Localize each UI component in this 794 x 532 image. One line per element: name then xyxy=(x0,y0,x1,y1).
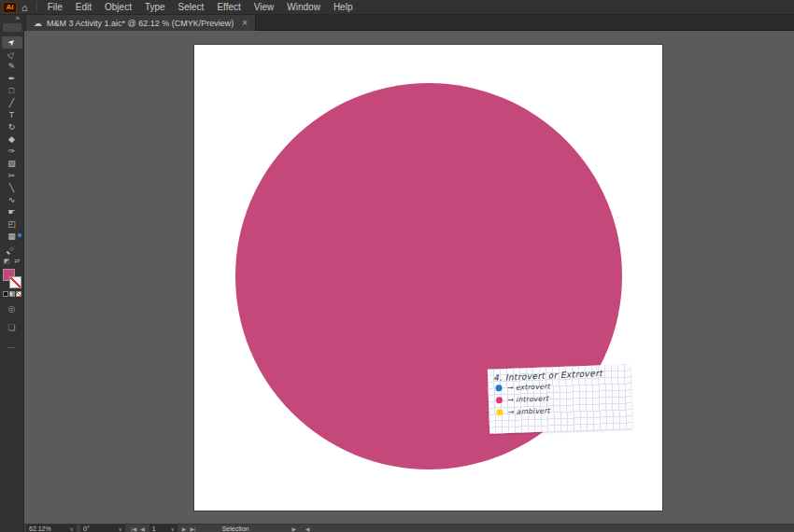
next-artboard-button[interactable]: ▶ xyxy=(180,525,189,532)
eyedropper-tool-icon: ✑ xyxy=(8,147,16,156)
menu-select[interactable]: Select xyxy=(172,0,211,15)
artboard-tool-icon: ◰ xyxy=(7,220,16,229)
eraser-tool-icon: ◆ xyxy=(8,135,15,144)
illustrator-logo-icon: Ai xyxy=(3,2,17,13)
rotation-select[interactable]: 0° ∨ xyxy=(80,525,125,532)
artboard[interactable]: 4. Introvert or Extrovert → extrovert → … xyxy=(194,45,662,511)
shaper-tool[interactable]: ∿ xyxy=(2,194,22,206)
artboard-number-select[interactable]: 1 ∨ xyxy=(149,525,177,532)
blue-dot-icon xyxy=(495,385,502,391)
legend-label-introvert: → introvert xyxy=(507,394,549,404)
menu-bar: Ai ⌂ File Edit Object Type Select Effect… xyxy=(0,0,794,15)
zoom-tool-icon: ○ xyxy=(9,245,14,253)
perspective-grid-tool-icon: ▦ xyxy=(7,232,16,241)
direct-selection-tool-icon: ▷ xyxy=(7,49,17,60)
type-tool[interactable]: T xyxy=(2,109,22,121)
rotation-value: 0° xyxy=(83,525,90,532)
rotate-tool[interactable]: ↻ xyxy=(2,121,22,133)
pink-dot-icon xyxy=(496,397,503,403)
toolbar-grip[interactable] xyxy=(3,23,21,32)
legend-label-ambivert: → ambivert xyxy=(507,406,550,416)
zoom-level-select[interactable]: 62.12% ∨ xyxy=(26,525,77,532)
gradient-tool[interactable]: ▨ xyxy=(2,158,22,170)
menu-window[interactable]: Window xyxy=(280,0,327,15)
none-mode-button[interactable] xyxy=(16,291,21,297)
swap-colors-icon[interactable]: ⇄ xyxy=(14,258,20,265)
previous-artboard-button[interactable]: ◀ xyxy=(138,525,147,532)
document-tab[interactable]: ☁ M&M 3 Activity 1.aic* @ 62.12 % (CMYK/… xyxy=(26,15,256,31)
status-scroll-arrows[interactable]: ▶ ◀ xyxy=(291,525,313,532)
home-icon[interactable]: ⌂ xyxy=(21,2,28,13)
toolbar-collapse-icon[interactable]: » xyxy=(12,15,23,22)
document-tab-bar: ☁ M&M 3 Activity 1.aic* @ 62.12 % (CMYK/… xyxy=(24,15,794,31)
menu-file[interactable]: File xyxy=(41,0,69,15)
rectangle-tool-icon: □ xyxy=(9,87,14,95)
paintbrush-tool-icon: ✎ xyxy=(8,63,16,71)
gradient-mode-button[interactable] xyxy=(9,291,15,297)
gradient-tool-icon: ▨ xyxy=(7,160,16,168)
pen-tool[interactable]: ✒ xyxy=(2,73,22,85)
status-bar: 62.12% ∨ 0° ∨ |◀ ◀ 1 ∨ ▶ ▶| Selection ▶ … xyxy=(24,524,794,532)
color-mode-buttons xyxy=(3,291,21,297)
rectangle-tool[interactable]: □ xyxy=(2,85,22,97)
rotate-tool-icon: ↻ xyxy=(8,123,16,132)
chevron-down-icon: ∨ xyxy=(70,525,74,532)
scissors-tool-icon: ✂ xyxy=(8,172,16,180)
selection-tool-icon: ➤ xyxy=(7,37,18,49)
artboard-number-value: 1 xyxy=(152,525,156,532)
screen-mode-button[interactable]: ❏ xyxy=(2,321,22,334)
menu-effect[interactable]: Effect xyxy=(210,0,247,15)
hand-tool-icon: ☛ xyxy=(7,208,15,217)
fill-stroke-swatches xyxy=(3,269,21,288)
first-artboard-button[interactable]: |◀ xyxy=(129,525,138,532)
handwritten-note-image[interactable]: 4. Introvert or Extrovert → extrovert → … xyxy=(488,364,632,433)
draw-mode-button[interactable]: ◎ xyxy=(2,302,22,315)
hand-tool[interactable]: ☛ xyxy=(2,206,22,218)
paintbrush-tool[interactable]: ✎ xyxy=(2,61,22,73)
menu-object[interactable]: Object xyxy=(98,0,138,15)
yellow-dot-icon xyxy=(496,409,503,415)
knife-tool-icon: ╲ xyxy=(9,184,14,192)
edit-toolbar-button[interactable]: … xyxy=(7,341,17,350)
tab-close-icon[interactable]: × xyxy=(242,18,248,28)
document-tab-title: M&M 3 Activity 1.aic* @ 62.12 % (CMYK/Pr… xyxy=(47,19,234,28)
line-segment-tool[interactable]: ╱ xyxy=(2,97,22,109)
selection-tool[interactable]: ➤ xyxy=(2,36,22,49)
menu-help[interactable]: Help xyxy=(327,0,360,15)
knife-tool[interactable]: ╲ xyxy=(2,182,22,194)
menu-type[interactable]: Type xyxy=(138,0,172,15)
last-artboard-button[interactable]: ▶| xyxy=(188,525,197,532)
canvas-area[interactable]: 4. Introvert or Extrovert → extrovert → … xyxy=(24,31,794,524)
pen-tool-icon: ✒ xyxy=(8,75,16,83)
tools-panel: » ➤ ▷ ✎ ✒ □ ╱ T ↻ ◆ ✑ ▨ ✂ ╲ ∿ ☛ ◰ ▦ ○ ◩ … xyxy=(0,15,24,532)
status-label: Selection xyxy=(222,525,249,532)
scissors-tool[interactable]: ✂ xyxy=(2,170,22,182)
chevron-down-icon: ∨ xyxy=(119,525,122,532)
cloud-document-icon: ☁ xyxy=(34,19,42,28)
legend-label-extrovert: → extrovert xyxy=(506,382,550,392)
perspective-grid-tool[interactable]: ▦ xyxy=(2,231,22,243)
line-segment-tool-icon: ╱ xyxy=(9,99,14,107)
zoom-tool[interactable]: ○ xyxy=(2,243,22,255)
direct-selection-tool[interactable]: ▷ xyxy=(2,49,22,61)
default-colors-icon[interactable]: ◩ xyxy=(4,258,10,265)
eyedropper-tool[interactable]: ✑ xyxy=(2,146,22,158)
chevron-down-icon: ∨ xyxy=(170,525,174,532)
zoom-level-value: 62.12% xyxy=(29,525,51,532)
menu-edit[interactable]: Edit xyxy=(69,0,98,15)
menu-view[interactable]: View xyxy=(248,0,281,15)
color-mode-button[interactable] xyxy=(3,291,8,297)
shaper-tool-icon: ∿ xyxy=(8,196,16,204)
eraser-tool[interactable]: ◆ xyxy=(2,133,22,146)
menu-divider xyxy=(36,2,37,12)
notification-dot xyxy=(18,233,21,237)
type-tool-icon: T xyxy=(9,111,15,119)
artboard-tool[interactable]: ◰ xyxy=(2,218,22,231)
stroke-color-swatch[interactable] xyxy=(9,276,21,288)
